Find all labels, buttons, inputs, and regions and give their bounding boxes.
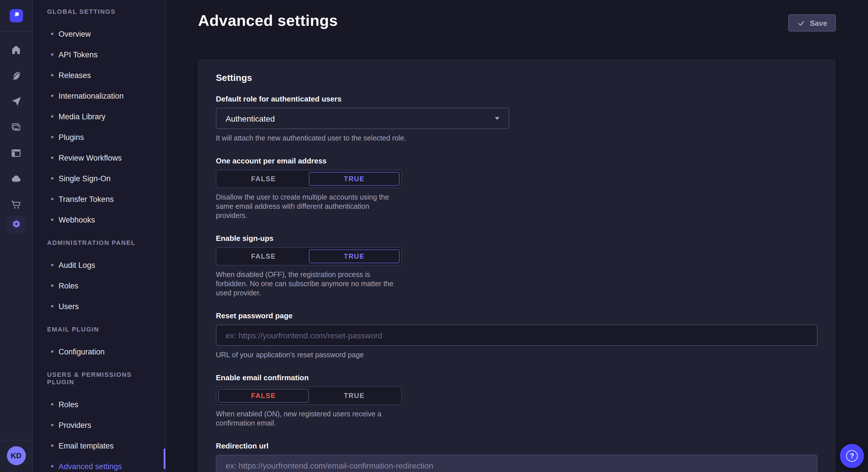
deploy-plane-icon[interactable] xyxy=(10,96,22,107)
settings-heading: Settings xyxy=(216,73,817,83)
sidebar-item-transfer-tokens[interactable]: Transfer Tokens xyxy=(33,189,165,209)
toggle-option-false[interactable]: FALSE xyxy=(218,249,309,263)
field-label: Redirection url xyxy=(216,442,817,450)
check-icon xyxy=(797,19,805,27)
bullet-icon xyxy=(51,157,53,159)
sidebar-item-api-tokens[interactable]: API Tokens xyxy=(33,44,165,65)
sidebar-section-email-plugin: EMAIL PLUGIN Configuration xyxy=(33,326,165,362)
bullet-icon xyxy=(51,95,53,97)
sidebar-item-advanced-settings[interactable]: Advanced settings xyxy=(33,456,165,472)
sidebar-item-review-workflows[interactable]: Review Workflows xyxy=(33,147,165,168)
one-account-toggle: FALSE TRUE xyxy=(216,170,402,188)
sidebar-item-label: Users xyxy=(59,302,79,310)
select-value: Authenticated xyxy=(226,114,275,123)
content-type-builder-feather-icon[interactable] xyxy=(10,70,22,81)
field-label: Enable email confirmation xyxy=(216,373,817,382)
toggle-option-true[interactable]: TRUE xyxy=(309,389,400,403)
field-one-account-per-email: One account per email address FALSE TRUE… xyxy=(216,157,817,220)
field-hint: When enabled (ON), new registered users … xyxy=(216,409,402,428)
sidebar-item-webhooks[interactable]: Webhooks xyxy=(33,209,165,230)
bullet-icon xyxy=(51,115,53,117)
chevron-down-icon xyxy=(495,117,499,120)
field-label: Reset password page xyxy=(216,311,817,320)
strapi-logo-icon xyxy=(12,10,20,21)
sidebar-item-label: Overview xyxy=(59,30,91,38)
field-hint: Disallow the user to create multiple acc… xyxy=(216,193,402,220)
bullet-icon xyxy=(51,350,53,353)
redirection-url-input[interactable] xyxy=(216,455,817,472)
field-redirection-url: Redirection url xyxy=(216,442,817,472)
bullet-icon xyxy=(51,53,53,56)
sidebar-item-audit-logs[interactable]: Audit Logs xyxy=(33,255,165,275)
settings-nav-active[interactable] xyxy=(7,216,25,234)
rail-divider xyxy=(0,31,32,32)
sidebar-item-admin-roles[interactable]: Roles xyxy=(33,275,165,296)
save-button-label: Save xyxy=(810,19,827,27)
sidebar-item-label: Email templates xyxy=(59,441,114,450)
page-title: Advanced settings xyxy=(198,12,338,30)
sidebar-item-email-templates[interactable]: Email templates xyxy=(33,435,165,456)
sidebar-item-releases[interactable]: Releases xyxy=(33,65,165,86)
save-button[interactable]: Save xyxy=(788,14,836,32)
gear-icon xyxy=(11,218,22,231)
field-enable-email-confirmation: Enable email confirmation FALSE TRUE Whe… xyxy=(216,373,817,428)
bullet-icon xyxy=(51,465,53,467)
media-library-icon[interactable] xyxy=(10,122,22,133)
strapi-logo[interactable] xyxy=(9,9,23,22)
sidebar-item-up-roles[interactable]: Roles xyxy=(33,394,165,415)
question-mark-icon: ? xyxy=(846,450,858,462)
toggle-option-true[interactable]: TRUE xyxy=(309,249,400,263)
sidebar-item-configuration[interactable]: Configuration xyxy=(33,341,165,362)
section-title: GLOBAL SETTINGS xyxy=(33,8,165,15)
app-window: KD GLOBAL SETTINGS Overview API Tokens R… xyxy=(0,0,868,472)
sidebar-item-single-sign-on[interactable]: Single Sign-On xyxy=(33,168,165,189)
cloud-icon[interactable] xyxy=(10,173,22,185)
bullet-icon xyxy=(51,33,53,35)
bullet-icon xyxy=(51,403,53,405)
sidebar-item-media-library[interactable]: Media Library xyxy=(33,106,165,127)
sidebar-item-overview[interactable]: Overview xyxy=(33,24,165,44)
section-title: EMAIL PLUGIN xyxy=(33,326,165,333)
section-title: ADMINISTRATION PANEL xyxy=(33,239,165,247)
sidebar-item-label: Plugins xyxy=(59,133,84,141)
default-role-select[interactable]: Authenticated xyxy=(216,108,509,129)
bullet-icon xyxy=(51,305,53,307)
sidebar-section-users-permissions-plugin: USERS & PERMISSIONS PLUGIN Roles Provide… xyxy=(33,371,165,472)
icon-rail: KD xyxy=(0,0,33,472)
sidebar-item-label: Media Library xyxy=(59,112,105,121)
email-confirmation-toggle: FALSE TRUE xyxy=(216,386,402,405)
bullet-icon xyxy=(51,264,53,266)
sidebar-item-label: Roles xyxy=(59,400,79,409)
toggle-option-false[interactable]: FALSE xyxy=(218,389,309,403)
sidebar-section-administration-panel: ADMINISTRATION PANEL Audit Logs Roles Us… xyxy=(33,239,165,316)
sidebar-item-label: Providers xyxy=(59,421,91,429)
sidebar-item-plugins[interactable]: Plugins xyxy=(33,127,165,147)
sidebar-item-providers[interactable]: Providers xyxy=(33,415,165,435)
field-default-role: Default role for authenticated users Aut… xyxy=(216,95,817,143)
field-hint: URL of your application's reset password… xyxy=(216,350,817,360)
help-button[interactable]: ? xyxy=(840,444,864,468)
sidebar-item-label: Advanced settings xyxy=(59,462,122,471)
home-icon[interactable] xyxy=(10,44,22,56)
sidebar-item-internationalization[interactable]: Internationalization xyxy=(33,86,165,106)
sidebar-item-label: Single Sign-On xyxy=(59,174,111,183)
field-hint: It will attach the new authenticated use… xyxy=(216,134,817,143)
reset-password-input[interactable] xyxy=(216,325,817,346)
bullet-icon xyxy=(51,284,53,287)
sidebar-item-label: API Tokens xyxy=(59,50,98,59)
settings-card: Settings Default role for authenticated … xyxy=(197,59,836,472)
bullet-icon xyxy=(51,218,53,221)
toggle-option-false[interactable]: FALSE xyxy=(218,172,309,186)
sidebar-item-users[interactable]: Users xyxy=(33,296,165,316)
user-avatar[interactable]: KD xyxy=(7,446,26,465)
main-content: Advanced settings Save Settings Default … xyxy=(166,0,868,472)
toggle-option-true[interactable]: TRUE xyxy=(309,172,400,186)
bullet-icon xyxy=(51,444,53,447)
sidebar-item-label: Internationalization xyxy=(59,92,124,100)
bullet-icon xyxy=(51,198,53,200)
sidebar-section-global-settings: GLOBAL SETTINGS Overview API Tokens Rele… xyxy=(33,8,165,230)
content-manager-layout-icon[interactable] xyxy=(10,147,22,159)
field-label: One account per email address xyxy=(216,157,817,165)
marketplace-cart-icon[interactable] xyxy=(10,199,22,210)
bullet-icon xyxy=(51,74,53,76)
